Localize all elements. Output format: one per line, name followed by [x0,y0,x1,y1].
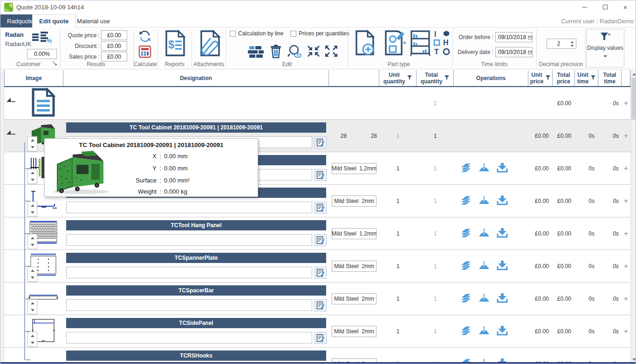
column-header-total-price[interactable]: Totalprice [553,70,575,87]
designation-title-bar[interactable]: TCSpacerBar [66,285,326,296]
customer-rates-icon[interactable]: % [29,29,54,46]
grid-row-part[interactable]: TCRSHooksMild Steel 2mm11£0.00£0.000s0s+ [4,348,630,363]
checkbox-box[interactable] [290,31,296,37]
customer-discount-input[interactable]: 0.00% [27,49,57,59]
operation-sheets-icon[interactable] [460,260,472,272]
new-part-icon[interactable] [353,28,378,58]
grid-row-part[interactable]: TCSidePanelMild Steel 2mm11£0.00£0.000s0… [4,315,630,348]
collapse-arrows-icon[interactable] [306,44,321,58]
designation-input[interactable] [66,332,312,344]
column-header-image[interactable]: Image [4,70,63,87]
operation-bend-icon[interactable] [478,325,490,337]
filter-icon[interactable] [546,75,550,80]
filter-icon[interactable] [407,75,412,80]
column-header-unit-quantity[interactable]: Unitquantity [379,70,417,87]
sales-price-input[interactable]: £0.00 [101,52,127,61]
recalculate-icon[interactable] [137,29,153,44]
close-button[interactable]: × [616,0,635,13]
prices-per-quantities-checkbox[interactable]: Prices per quantities [290,30,349,37]
add-operation-button[interactable]: + [622,348,630,363]
column-header-unit-time[interactable]: Unittime [575,70,598,87]
operation-unload-icon[interactable] [497,195,508,207]
operation-sheets-icon[interactable] [460,325,472,337]
calculation-by-line-checkbox[interactable]: Calculation by line [230,30,283,37]
add-operation-button[interactable]: + [622,120,630,152]
decimal-precision-input[interactable]: 2 [547,39,576,49]
edit-note-button[interactable] [315,202,327,214]
tab-edit-quote[interactable]: Edit quote [32,14,76,28]
calendar-icon[interactable] [528,50,532,55]
scroll-down-icon[interactable] [631,356,636,363]
column-header-aux[interactable] [329,70,379,87]
column-header-designation[interactable]: Designation [63,70,329,87]
operation-unload-icon[interactable] [497,325,508,337]
grid-row-part[interactable]: TCSpacerBarMild Steel 2mm11£0.00£0.000s0… [4,283,630,315]
designation-input[interactable] [66,267,312,278]
designation-title-bar[interactable]: TCSpannerPlate [66,253,326,263]
material-selector[interactable]: Mild Steel 2mm [332,293,376,304]
column-header-total-quantity[interactable]: Totalquantity [417,70,454,87]
add-operation-button[interactable]: + [622,315,630,347]
shapes-icon[interactable]: I H T [433,28,451,58]
decimal-precision-spinner[interactable] [570,41,576,47]
quote-document-thumbnail[interactable] [26,88,61,117]
customer-dialog-launcher-icon[interactable] [52,61,57,66]
designation-input[interactable] [66,299,312,311]
calendar-icon[interactable] [528,35,532,40]
designation-title-bar[interactable]: TCSidePanel [66,318,326,328]
column-header-operations[interactable]: Operations [454,70,528,87]
column-header-unit-price[interactable]: Unitprice [528,70,553,87]
designation-input[interactable] [66,234,312,246]
edit-note-button[interactable] [315,299,327,311]
quote-price-input[interactable]: £0.00 [101,30,127,40]
edit-note-button[interactable] [315,169,327,181]
operation-bend-icon[interactable] [478,260,490,272]
trash-icon[interactable] [269,43,283,59]
grid-row-part[interactable]: TCSpannerPlateMild Steel 2mm11£0.00£0.00… [4,250,630,283]
vertical-scrollbar[interactable] [630,70,636,363]
add-operation-button[interactable]: + [622,217,630,249]
operation-sheets-icon[interactable] [460,195,472,207]
attachments-icon[interactable] [196,28,222,58]
shelf-icon[interactable] [409,28,432,58]
add-operation-button[interactable]: + [622,283,630,315]
operation-bend-icon[interactable] [478,293,490,304]
maximize-button[interactable] [596,0,615,13]
edit-part-icon[interactable] [383,28,408,58]
row-expander-icon[interactable] [5,95,17,103]
operation-unload-icon[interactable] [497,260,508,272]
scroll-up-icon[interactable] [631,71,636,77]
operation-unload-icon[interactable] [497,162,508,174]
add-operation-button[interactable]: + [622,250,630,282]
filter-icon[interactable] [591,75,595,80]
reports-icon[interactable]: $ [163,28,187,58]
column-header-add[interactable] [622,70,630,87]
column-header-total-time[interactable]: Totaltime [598,70,622,87]
tab-material-use[interactable]: Material use [70,14,116,27]
operation-sheets-icon[interactable] [460,293,472,304]
calculator-icon[interactable] [137,44,153,59]
search-eye-icon[interactable] [287,43,303,59]
grid-row-part[interactable]: TCTool Hang PanelMild Steel 1.2mm11£0.00… [4,217,630,250]
grid-row-quote[interactable]: 1£0.000s+ [4,87,630,120]
operation-bend-icon[interactable] [478,228,490,239]
operation-bend-icon[interactable] [478,162,490,174]
designation-title-bar[interactable]: TC Tool Cabinet 20181009-20091 | 2018100… [66,122,326,133]
edit-note-button[interactable] [315,332,327,344]
delivery-date-input[interactable]: 09/10/2018 [495,47,533,57]
designation-input[interactable] [66,202,312,213]
scrollbar-thumb[interactable] [631,78,636,120]
operation-unload-icon[interactable] [497,293,508,304]
designation-title-bar[interactable]: TCRSHooks [66,351,326,361]
material-selector[interactable]: Mild Steel 2mm [332,195,376,207]
add-operation-button[interactable]: + [622,87,630,119]
bricks-icon[interactable] [246,44,265,59]
row-expander-icon[interactable] [5,128,17,135]
material-selector[interactable]: Mild Steel 2mm [332,261,376,272]
material-selector[interactable]: Mild Steel 1.2mm [332,228,376,239]
edit-note-button[interactable] [315,136,327,148]
checkbox-box[interactable] [230,31,236,37]
order-before-input[interactable]: 09/10/2018 [495,32,533,42]
operation-sheets-icon[interactable] [460,162,472,174]
material-selector[interactable]: Mild Steel 2mm [332,326,376,337]
